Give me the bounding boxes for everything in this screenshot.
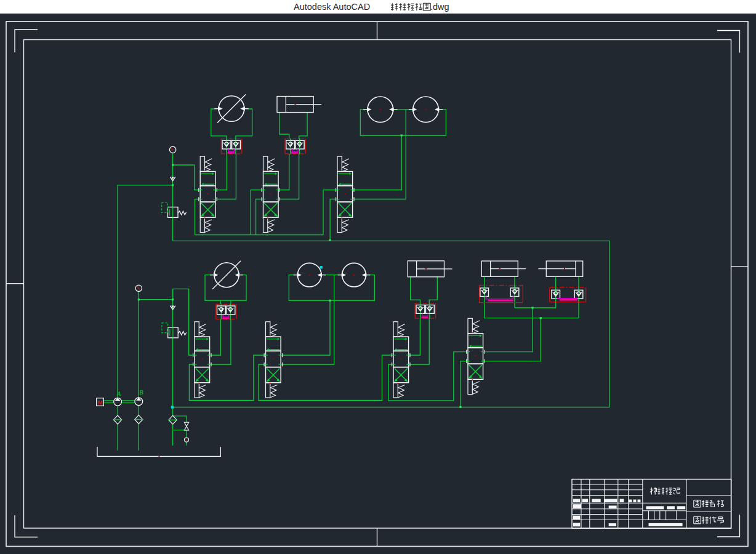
svg-text:B: B [139, 389, 143, 396]
svg-text:M: M [98, 399, 103, 406]
svg-text:A: A [116, 390, 121, 397]
